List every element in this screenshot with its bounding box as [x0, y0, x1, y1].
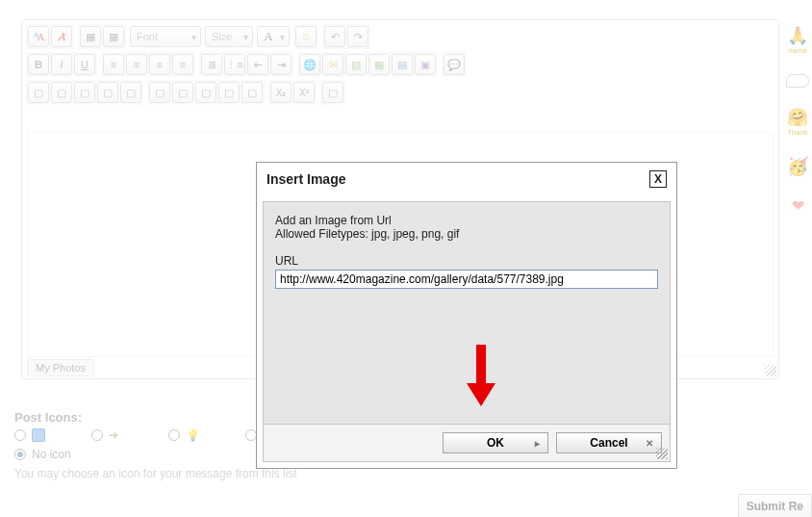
unordered-list-button[interactable]: ⋮≡ [224, 54, 245, 75]
align-left-button[interactable]: ≡ [103, 54, 124, 75]
indent-button[interactable]: ⇥ [270, 54, 292, 75]
insert-media-button[interactable]: ▣ [415, 54, 436, 75]
no-icon-label: No icon [32, 448, 71, 461]
ordered-list-button[interactable]: ≣ [201, 54, 222, 75]
misc-btn-1[interactable]: ▢ [28, 82, 49, 103]
emoji-sidebar: 🙏 nama 🤗 Thank 🥳 ❤ [783, 25, 812, 215]
namaste-label: nama [787, 46, 808, 55]
align-justify-button[interactable]: ≡ [172, 54, 193, 75]
misc-btn-5[interactable]: ▢ [120, 82, 141, 103]
smiley-button[interactable]: ☺ [295, 26, 317, 47]
no-icon-radio[interactable] [14, 449, 26, 460]
speech-bubble-icon[interactable] [786, 74, 809, 88]
italic-button[interactable]: I [51, 54, 72, 75]
superscript-button[interactable]: X² [293, 82, 315, 103]
redo-button[interactable]: ↷ [347, 26, 368, 47]
heart-icon[interactable]: ❤ [792, 196, 804, 215]
post-icon-option-1[interactable] [14, 428, 45, 442]
text-style-label: A [264, 29, 272, 44]
my-photos-tab[interactable]: My Photos [27, 359, 94, 376]
link-button[interactable]: 🌐 [299, 54, 320, 75]
annotation-red-arrow [469, 345, 493, 412]
page-icon [32, 428, 45, 442]
submit-reply-button[interactable]: Submit Re [738, 494, 812, 517]
insert-image-dialog: Insert Image X Add an Image from Url All… [256, 162, 677, 469]
url-label: URL [275, 254, 658, 268]
misc-btn-10[interactable]: ▢ [241, 82, 263, 103]
image-button[interactable]: ▦ [80, 26, 101, 47]
font-select-label: Font [137, 31, 158, 42]
email-button[interactable]: ✉ [322, 54, 343, 75]
font-select[interactable]: Font [130, 26, 201, 47]
underline-button[interactable]: U [74, 54, 95, 75]
size-select[interactable]: Size [205, 26, 253, 47]
misc-btn-9[interactable]: ▢ [218, 82, 240, 103]
cancel-button-label: Cancel [590, 436, 627, 450]
chevron-right-icon: ▸ [535, 438, 540, 449]
thank-label: Thank [787, 128, 808, 137]
align-right-button[interactable]: ≡ [149, 54, 170, 75]
ok-button[interactable]: OK ▸ [443, 432, 548, 453]
namaste-emoji-icon[interactable]: 🙏 [787, 25, 808, 46]
video-button[interactable]: ▦ [103, 26, 124, 47]
dialog-resize-grip[interactable] [656, 448, 668, 459]
subscript-button[interactable]: X₂ [270, 82, 292, 103]
insert-video-button[interactable]: ▦ [368, 54, 390, 75]
dialog-title: Insert Image [266, 171, 345, 187]
insert-attachment-button[interactable]: ▤ [392, 54, 413, 75]
dialog-line-1: Add an Image from Url [275, 214, 658, 227]
arrow-icon: ➜ [109, 428, 122, 442]
insert-image-button[interactable]: ▧ [345, 54, 367, 75]
switch-editor-wysiwyg-button[interactable]: ᴬA [28, 26, 49, 47]
post-icons-hint: You may choose an icon for your message … [14, 467, 297, 480]
switch-editor-source-button[interactable]: A̸ [51, 26, 72, 47]
misc-btn-7[interactable]: ▢ [172, 82, 193, 103]
dialog-close-button[interactable]: X [649, 170, 667, 188]
misc-btn-2[interactable]: ▢ [51, 82, 72, 103]
lightbulb-icon: 💡 [186, 428, 199, 442]
misc-btn-6[interactable]: ▢ [149, 82, 170, 103]
post-icon-option-2[interactable]: ➜ [91, 428, 122, 442]
misc-btn-4[interactable]: ▢ [97, 82, 118, 103]
undo-button[interactable]: ↶ [324, 26, 345, 47]
outdent-button[interactable]: ⇤ [247, 54, 268, 75]
misc-btn-3[interactable]: ▢ [74, 82, 95, 103]
close-icon: ✕ [646, 438, 653, 449]
post-icon-option-3[interactable]: 💡 [168, 428, 199, 442]
size-select-label: Size [212, 31, 232, 42]
ok-button-label: OK [487, 436, 504, 450]
misc-btn-11[interactable]: ▢ [322, 82, 343, 103]
misc-btn-8[interactable]: ▢ [195, 82, 216, 103]
thank-emoji-icon[interactable]: 🤗 [787, 107, 808, 128]
align-center-button[interactable]: ≡ [126, 54, 147, 75]
cancel-button[interactable]: Cancel ✕ [556, 432, 662, 453]
text-style-select[interactable]: A [257, 26, 290, 47]
bold-button[interactable]: B [28, 54, 49, 75]
post-icons-section: Post Icons: ➜ 💡 ⛔ No icon You may choose… [14, 410, 297, 480]
editor-resize-grip[interactable] [765, 365, 776, 376]
party-emoji-icon[interactable]: 🥳 [787, 156, 808, 177]
post-icons-heading: Post Icons: [14, 410, 297, 425]
dialog-line-2: Allowed Filetypes: jpg, jpeg, png, gif [275, 227, 658, 241]
url-input[interactable] [275, 270, 658, 289]
speech-bubble-button[interactable]: 💬 [444, 54, 465, 75]
